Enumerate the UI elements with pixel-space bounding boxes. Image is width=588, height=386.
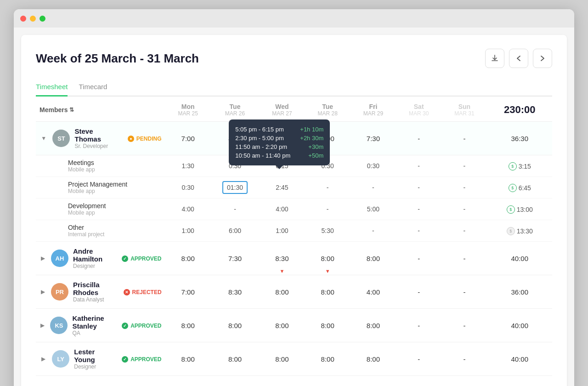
priscilla-wed[interactable]: 8:00 bbox=[259, 275, 305, 309]
katherine-wed[interactable]: 8:00 bbox=[259, 309, 305, 342]
other-tue[interactable]: 6:00 bbox=[211, 220, 259, 242]
steve-wed[interactable]: 8:00 bbox=[259, 122, 305, 155]
lester-thu[interactable]: 8:00 bbox=[305, 342, 351, 376]
tab-timecard[interactable]: Timecard bbox=[79, 79, 107, 96]
katherine-sat[interactable]: - bbox=[396, 309, 441, 342]
steve-tue[interactable]: 8:00 bbox=[211, 122, 259, 155]
member-row-katherine: ▶ KS Katherine Stanley QA ✓ APPROVED bbox=[36, 309, 552, 342]
other-wed[interactable]: 1:00 bbox=[259, 220, 305, 242]
dev-tue[interactable]: - bbox=[211, 199, 259, 220]
nonbillable-icon-other: $ bbox=[507, 227, 515, 235]
dev-sun[interactable]: - bbox=[441, 199, 487, 220]
member-cell-katherine: ▶ KS Katherine Stanley QA ✓ APPROVED bbox=[36, 309, 165, 342]
maximize-button[interactable] bbox=[40, 16, 45, 22]
katherine-sun[interactable]: - bbox=[441, 309, 487, 342]
andre-fri[interactable]: 8:00 bbox=[351, 242, 396, 275]
steve-sun[interactable]: - bbox=[441, 122, 487, 155]
member-cell-priscilla: ▶ PR Priscilla Rhodes Data Analyst ✕ REJ… bbox=[36, 275, 165, 309]
pm-wed[interactable]: 2:45 5:05 pm - 6:15 pm +1h 10m 2:30 pm -… bbox=[259, 177, 305, 199]
dev-mon[interactable]: 4:00 bbox=[165, 199, 211, 220]
task-name-development: Development bbox=[68, 202, 162, 210]
andre-sat[interactable]: - bbox=[396, 242, 441, 275]
katherine-mon[interactable]: 8:00 bbox=[165, 309, 211, 342]
lester-fri[interactable]: 8:00 bbox=[351, 342, 396, 376]
priscilla-mon[interactable]: 7:00 bbox=[165, 275, 211, 309]
expand-katherine-button[interactable]: ▶ bbox=[40, 320, 45, 330]
col-header-sat: Sat MAR 30 bbox=[396, 96, 441, 122]
andre-tue[interactable]: 7:30 bbox=[211, 242, 259, 275]
pm-mon[interactable]: 0:30 bbox=[165, 177, 211, 199]
tab-timesheet[interactable]: Timesheet bbox=[36, 79, 68, 96]
andre-sun[interactable]: - bbox=[441, 242, 487, 275]
billable-icon-dev: $ bbox=[507, 205, 515, 214]
task-project-meetings: Mobile app bbox=[68, 166, 162, 173]
avatar-priscilla: PR bbox=[51, 283, 68, 301]
task-name-other: Other bbox=[68, 224, 162, 231]
katherine-fri[interactable]: 8:00 bbox=[351, 309, 396, 342]
dev-thu[interactable]: - bbox=[305, 199, 351, 220]
priscilla-thu[interactable]: 8:00 bbox=[305, 275, 351, 309]
dev-total: $ 13:00 bbox=[487, 199, 552, 220]
priscilla-fri[interactable]: 4:00 bbox=[351, 275, 396, 309]
other-fri[interactable]: - bbox=[351, 220, 396, 242]
dev-sat[interactable]: - bbox=[396, 199, 441, 220]
member-name-steve: Steve Thomas bbox=[74, 127, 113, 143]
col-header-sun: Sun MAR 31 bbox=[441, 96, 487, 122]
next-week-button[interactable] bbox=[533, 49, 552, 68]
other-sat[interactable]: - bbox=[396, 220, 441, 242]
andre-wed[interactable]: 8:30 ▼ bbox=[259, 242, 305, 275]
dev-wed[interactable]: 4:00 bbox=[259, 199, 305, 220]
prev-week-button[interactable] bbox=[509, 49, 528, 68]
lester-mon[interactable]: 8:00 bbox=[165, 342, 211, 376]
other-mon[interactable]: 1:00 bbox=[165, 220, 211, 242]
expand-steve-button[interactable]: ▼ bbox=[40, 133, 48, 143]
steve-thu[interactable]: 6:00 bbox=[305, 122, 351, 155]
meetings-fri[interactable]: 0:30 bbox=[351, 155, 396, 177]
meetings-tue[interactable]: 0:30 bbox=[211, 155, 259, 177]
dev-fri[interactable]: 5:00 bbox=[351, 199, 396, 220]
download-button[interactable] bbox=[485, 49, 504, 68]
expand-priscilla-button[interactable]: ▶ bbox=[40, 287, 46, 297]
task-project-development: Mobile app bbox=[68, 210, 162, 216]
priscilla-sat[interactable]: - bbox=[396, 275, 441, 309]
tab-bar: Timesheet Timecard bbox=[36, 79, 552, 96]
expand-lester-button[interactable]: ▶ bbox=[40, 354, 47, 364]
other-thu[interactable]: 5:30 bbox=[305, 220, 351, 242]
katherine-thu[interactable]: 8:00 bbox=[305, 309, 351, 342]
katherine-tue[interactable]: 8:00 bbox=[211, 309, 259, 342]
priscilla-sun[interactable]: - bbox=[441, 275, 487, 309]
steve-mon[interactable]: 7:00 bbox=[165, 122, 211, 155]
task-cell-projectmgmt: Project Management Mobile app bbox=[36, 177, 165, 199]
pm-sat[interactable]: - bbox=[396, 177, 441, 199]
col-header-tue28: Tue MAR 28 bbox=[305, 96, 351, 122]
alert-wed-andre: ▼ bbox=[279, 268, 284, 274]
meetings-mon[interactable]: 1:30 bbox=[165, 155, 211, 177]
pm-tue-active-cell[interactable]: 01:30 bbox=[222, 181, 248, 194]
meetings-sun[interactable]: - bbox=[441, 155, 487, 177]
week-title: Week of 25 March - 31 March bbox=[36, 51, 199, 66]
steve-sat[interactable]: - bbox=[396, 122, 441, 155]
expand-andre-button[interactable]: ▶ bbox=[40, 253, 46, 263]
pm-thu[interactable]: - bbox=[305, 177, 351, 199]
meetings-thu[interactable]: 0:30 bbox=[305, 155, 351, 177]
katherine-total: 40:00 bbox=[487, 309, 552, 342]
steve-fri[interactable]: 7:30 bbox=[351, 122, 396, 155]
other-sun[interactable]: - bbox=[441, 220, 487, 242]
pm-sun[interactable]: - bbox=[441, 177, 487, 199]
pm-fri[interactable]: - bbox=[351, 177, 396, 199]
task-name-projectmgmt: Project Management bbox=[68, 181, 162, 188]
meetings-wed[interactable]: 0:15 bbox=[259, 155, 305, 177]
members-header[interactable]: Members ⇅ bbox=[36, 96, 165, 122]
andre-thu[interactable]: 8:00 ▼ bbox=[305, 242, 351, 275]
minimize-button[interactable] bbox=[30, 16, 36, 22]
close-button[interactable] bbox=[20, 16, 26, 22]
lester-tue[interactable]: 8:00 bbox=[211, 342, 259, 376]
priscilla-tue[interactable]: 8:30 bbox=[211, 275, 259, 309]
lester-wed[interactable]: 8:00 bbox=[259, 342, 305, 376]
pm-tue[interactable]: 01:30 bbox=[211, 177, 259, 199]
andre-mon[interactable]: 8:00 bbox=[165, 242, 211, 275]
page-header: Week of 25 March - 31 March bbox=[36, 49, 552, 68]
lester-sun[interactable]: - bbox=[441, 342, 487, 376]
meetings-sat[interactable]: - bbox=[396, 155, 441, 177]
lester-sat[interactable]: - bbox=[396, 342, 441, 376]
